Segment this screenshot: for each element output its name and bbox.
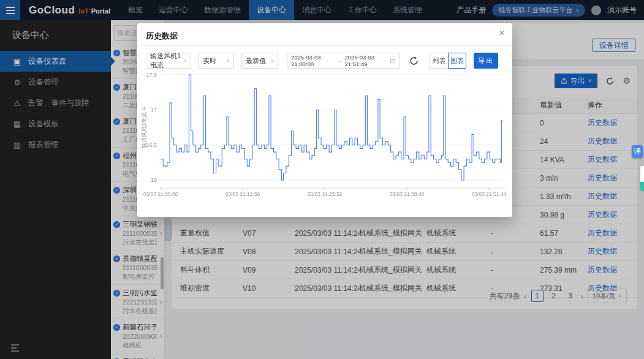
- history-data-modal: 历史数据 × 输送风机1电流∨ 实时∨ 最新值∨ 2025-03-03 21:0…: [137, 23, 512, 217]
- date-range-picker[interactable]: 2025-03-03 21:00:00 → 2025-03-03 21:51:4…: [287, 53, 400, 69]
- mode-select[interactable]: 实时∨: [199, 53, 234, 69]
- chart-view-option[interactable]: 图表: [448, 53, 466, 69]
- close-icon[interactable]: ×: [499, 27, 505, 39]
- list-view-option[interactable]: 列表: [430, 53, 448, 69]
- svg-text:输送风机1电流 A: 输送风机1电流 A: [141, 107, 147, 149]
- aggregate-select[interactable]: 最新值∨: [241, 53, 278, 69]
- date-end: 2025-03-03 21:51:49: [345, 54, 388, 67]
- refresh-icon[interactable]: [409, 56, 419, 66]
- svg-text:16.5: 16.5: [146, 142, 157, 148]
- svg-text:03/03 21:51:44: 03/03 21:51:44: [472, 191, 507, 197]
- svg-text:16: 16: [151, 177, 157, 183]
- svg-text:03/03 21:12:56: 03/03 21:12:56: [225, 191, 260, 197]
- chevron-down-icon: ∨: [226, 58, 230, 63]
- history-line-chart: 1616.51717.503/03 21:00:0003/03 21:12:56…: [137, 69, 512, 203]
- divider: [137, 45, 512, 46]
- modal-export-button[interactable]: 导出: [474, 53, 498, 69]
- modal-toolbar: 输送风机1电流∨ 实时∨ 最新值∨ 2025-03-03 21:00:00 → …: [146, 53, 507, 69]
- svg-text:03/03 21:38:48: 03/03 21:38:48: [390, 191, 425, 197]
- svg-text:03/03 21:25:52: 03/03 21:25:52: [308, 191, 343, 197]
- svg-text:17.5: 17.5: [146, 72, 157, 78]
- floating-widget-sliver[interactable]: [640, 166, 644, 191]
- svg-text:03/03 21:00:00: 03/03 21:00:00: [143, 191, 178, 197]
- chevron-down-icon: ∨: [183, 58, 187, 63]
- chevron-down-icon: ∨: [270, 58, 274, 63]
- svg-text:17: 17: [151, 107, 157, 113]
- date-start: 2025-03-03 21:00:00: [291, 54, 335, 67]
- modal-title: 历史数据: [146, 31, 178, 42]
- screen: GoCloud IoT Portal 概览 运营中心 数据源管理 设备中心 消息…: [0, 0, 644, 359]
- calendar-icon: [390, 58, 395, 64]
- attribute-select[interactable]: 输送风机1电流∨: [146, 53, 191, 69]
- translate-extension-badge[interactable]: 译: [632, 145, 643, 158]
- arrow-right-icon: →: [337, 58, 343, 64]
- view-toggle: 列表 图表: [430, 53, 466, 69]
